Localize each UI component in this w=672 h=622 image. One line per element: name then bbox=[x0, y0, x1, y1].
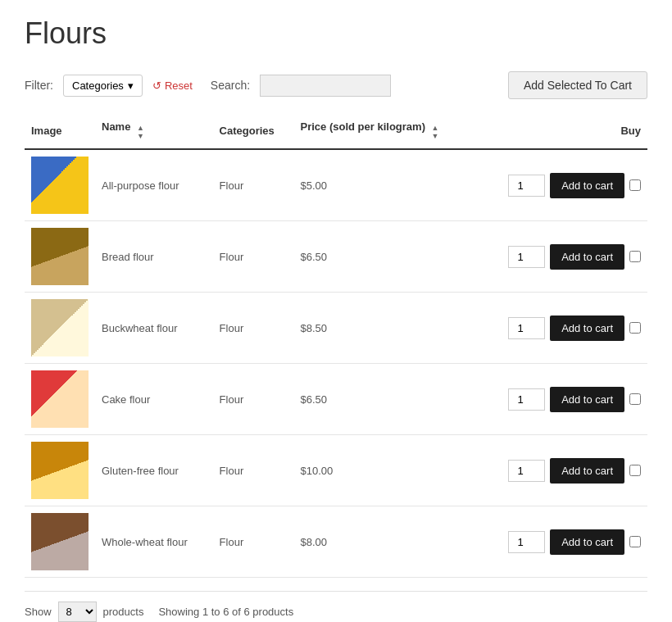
product-category: Flour bbox=[213, 293, 294, 364]
table-footer: Show 8 16 32 products Showing 1 to 6 of … bbox=[25, 591, 647, 622]
row-select-checkbox[interactable] bbox=[629, 536, 641, 547]
filter-label: Filter: bbox=[25, 79, 53, 92]
product-name: Cake flour bbox=[95, 364, 213, 435]
col-categories: Categories bbox=[213, 112, 294, 149]
buy-controls: Add to cart bbox=[480, 458, 641, 484]
table-header-row: Image Name ▲▼ Categories Price (sold per… bbox=[25, 112, 647, 149]
buy-cell: Add to cart bbox=[474, 221, 647, 293]
row-select-checkbox[interactable] bbox=[629, 179, 641, 191]
product-category: Flour bbox=[213, 149, 294, 221]
table-row: Bread flour Flour $6.50 Add to cart bbox=[25, 221, 647, 293]
product-image-cell bbox=[25, 506, 95, 578]
reset-button[interactable]: ↺ Reset bbox=[152, 79, 193, 92]
product-category: Flour bbox=[213, 221, 294, 293]
buy-controls: Add to cart bbox=[480, 244, 641, 270]
product-price: $8.50 bbox=[294, 293, 474, 364]
buy-cell: Add to cart bbox=[474, 293, 647, 364]
product-image-cell bbox=[25, 149, 95, 221]
product-category: Flour bbox=[213, 435, 294, 506]
product-image-cell bbox=[25, 221, 95, 293]
add-to-cart-button[interactable]: Add to cart bbox=[550, 387, 624, 412]
quantity-input[interactable] bbox=[508, 175, 545, 197]
pagination-info: Showing 1 to 6 of 6 products bbox=[158, 606, 293, 618]
product-image-cell bbox=[25, 435, 95, 506]
product-price: $6.50 bbox=[294, 221, 474, 293]
products-label: products bbox=[103, 606, 144, 618]
product-name: Bread flour bbox=[95, 221, 213, 293]
product-image bbox=[31, 370, 89, 428]
product-image bbox=[31, 513, 89, 570]
buy-controls: Add to cart bbox=[480, 387, 641, 412]
quantity-input[interactable] bbox=[508, 531, 545, 553]
product-price: $8.00 bbox=[294, 506, 474, 578]
quantity-input[interactable] bbox=[508, 246, 545, 268]
product-image bbox=[31, 157, 89, 214]
product-image bbox=[31, 228, 89, 285]
col-buy: Buy bbox=[474, 112, 647, 149]
buy-cell: Add to cart bbox=[474, 364, 647, 435]
buy-cell: Add to cart bbox=[474, 506, 647, 578]
product-name: Buckwheat flour bbox=[95, 293, 213, 364]
table-row: All-purpose flour Flour $5.00 Add to car… bbox=[25, 149, 647, 221]
buy-controls: Add to cart bbox=[480, 529, 641, 555]
search-input[interactable] bbox=[260, 75, 391, 97]
buy-cell: Add to cart bbox=[474, 149, 647, 221]
reset-icon: ↺ bbox=[152, 79, 161, 92]
add-to-cart-button[interactable]: Add to cart bbox=[550, 244, 624, 270]
table-row: Whole-wheat flour Flour $8.00 Add to car… bbox=[25, 506, 647, 578]
col-name[interactable]: Name ▲▼ bbox=[95, 112, 213, 149]
product-category: Flour bbox=[213, 506, 294, 578]
table-row: Gluten-free flour Flour $10.00 Add to ca… bbox=[25, 435, 647, 506]
search-label: Search: bbox=[211, 79, 250, 92]
quantity-input[interactable] bbox=[508, 317, 545, 339]
filter-dropdown[interactable]: Categories ▾ bbox=[63, 75, 143, 97]
col-image: Image bbox=[25, 112, 95, 149]
product-name: Whole-wheat flour bbox=[95, 506, 213, 578]
show-select[interactable]: 8 16 32 bbox=[58, 602, 97, 622]
table-row: Buckwheat flour Flour $8.50 Add to cart bbox=[25, 293, 647, 364]
row-select-checkbox[interactable] bbox=[629, 465, 641, 476]
buy-cell: Add to cart bbox=[474, 435, 647, 506]
quantity-input[interactable] bbox=[508, 460, 545, 482]
row-select-checkbox[interactable] bbox=[629, 393, 641, 405]
add-to-cart-button[interactable]: Add to cart bbox=[550, 173, 624, 198]
product-name: All-purpose flour bbox=[95, 149, 213, 221]
row-select-checkbox[interactable] bbox=[629, 322, 641, 334]
show-label: Show bbox=[25, 606, 52, 618]
product-image-cell bbox=[25, 364, 95, 435]
page-title: Flours bbox=[25, 16, 647, 51]
buy-controls: Add to cart bbox=[480, 173, 641, 198]
col-price[interactable]: Price (sold per kilogram) ▲▼ bbox=[294, 112, 474, 149]
product-image bbox=[31, 442, 89, 499]
buy-controls: Add to cart bbox=[480, 316, 641, 341]
price-sort-icon: ▲▼ bbox=[432, 124, 439, 140]
product-image-cell bbox=[25, 293, 95, 364]
quantity-input[interactable] bbox=[508, 388, 545, 411]
row-select-checkbox[interactable] bbox=[629, 251, 641, 262]
name-sort-icon: ▲▼ bbox=[137, 124, 144, 140]
product-price: $10.00 bbox=[294, 435, 474, 506]
add-to-cart-button[interactable]: Add to cart bbox=[550, 316, 624, 341]
table-row: Cake flour Flour $6.50 Add to cart bbox=[25, 364, 647, 435]
product-image bbox=[31, 299, 89, 356]
product-category: Flour bbox=[213, 364, 294, 435]
dropdown-arrow-icon: ▾ bbox=[128, 79, 134, 92]
product-price: $6.50 bbox=[294, 364, 474, 435]
add-selected-button[interactable]: Add Selected To Cart bbox=[508, 71, 647, 99]
toolbar: Filter: Categories ▾ ↺ Reset Search: Add… bbox=[25, 71, 647, 99]
add-to-cart-button[interactable]: Add to cart bbox=[550, 529, 624, 555]
products-table: Image Name ▲▼ Categories Price (sold per… bbox=[25, 112, 647, 578]
product-name: Gluten-free flour bbox=[95, 435, 213, 506]
add-to-cart-button[interactable]: Add to cart bbox=[550, 458, 624, 484]
product-price: $5.00 bbox=[294, 149, 474, 221]
filter-option-label: Categories bbox=[72, 79, 124, 92]
